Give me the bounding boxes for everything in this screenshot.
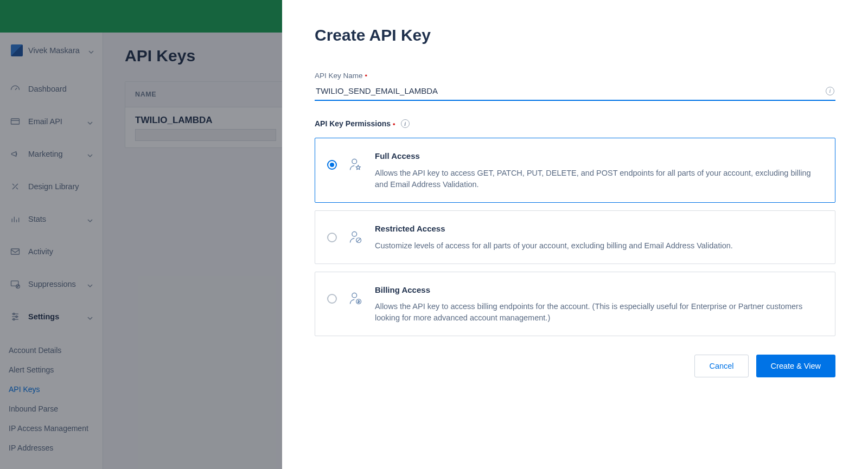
api-key-name-input[interactable]: [316, 86, 826, 95]
required-indicator: •: [365, 72, 368, 80]
user-block-icon: [348, 229, 364, 247]
radio-input[interactable]: [327, 233, 337, 242]
chevron-down-icon: [87, 119, 93, 124]
name-input-wrap: i: [315, 83, 835, 101]
permission-text: Billing Access Allows the API key to acc…: [375, 284, 823, 324]
nav-label: Design Library: [28, 182, 93, 191]
cancel-button[interactable]: Cancel: [694, 355, 748, 377]
info-icon[interactable]: i: [401, 119, 410, 128]
name-field-label: API Key Name •: [315, 72, 835, 80]
sliders-icon: [10, 311, 21, 322]
megaphone-icon: [10, 149, 21, 159]
nav-label: Stats: [28, 215, 80, 223]
permission-text: Full Access Allows the API key to access…: [375, 150, 823, 190]
permission-billing-access[interactable]: Billing Access Allows the API key to acc…: [315, 272, 835, 337]
svg-rect-1: [11, 249, 20, 254]
subnav-inbound-parse[interactable]: Inbound Parse: [0, 399, 103, 419]
svg-point-8: [352, 232, 357, 236]
chevron-down-icon: [87, 281, 93, 287]
gauge-icon: [10, 83, 21, 94]
svg-point-10: [352, 293, 357, 298]
chevron-down-icon: [87, 216, 93, 222]
chevron-down-icon: [87, 151, 93, 157]
radio-input[interactable]: [327, 294, 337, 304]
panel-title: Create API Key: [315, 26, 835, 44]
permission-title: Full Access: [375, 150, 823, 162]
panel-actions: Cancel Create & View: [315, 355, 835, 377]
permission-full-access[interactable]: Full Access Allows the API key to access…: [315, 138, 835, 203]
info-icon[interactable]: i: [826, 87, 834, 95]
permissions-label: API Key Permissions• i: [315, 119, 835, 128]
chevron-down-icon: [88, 48, 94, 53]
subnav-api-keys[interactable]: API Keys: [0, 380, 103, 399]
api-key-secret-placeholder: [135, 129, 276, 141]
permission-desc: Customize levels of access for all parts…: [375, 240, 823, 252]
permission-desc: Allows the API key to access GET, PATCH,…: [375, 168, 823, 190]
svg-rect-0: [11, 119, 20, 124]
permission-title: Billing Access: [375, 284, 823, 296]
nav-label: Marketing: [28, 150, 80, 158]
nav-label: Settings: [28, 312, 80, 321]
radio-input[interactable]: [327, 160, 337, 170]
permission-text: Restricted Access Customize levels of ac…: [375, 223, 823, 252]
nav-email-api[interactable]: Email API: [0, 105, 103, 138]
logo-icon: [11, 44, 23, 56]
settings-subnav: Account Details Alert Settings API Keys …: [0, 338, 103, 463]
required-indicator: •: [393, 120, 395, 128]
user-star-icon: [348, 157, 364, 174]
nav-label: Suppressions: [28, 280, 80, 288]
create-button[interactable]: Create & View: [756, 355, 835, 377]
permission-restricted-access[interactable]: Restricted Access Customize levels of ac…: [315, 210, 835, 264]
nav-label: Email API: [28, 117, 80, 126]
svg-point-7: [352, 159, 357, 164]
tools-icon: [10, 181, 21, 192]
nav-suppressions[interactable]: Suppressions: [0, 268, 103, 300]
nav-dashboard[interactable]: Dashboard: [0, 73, 103, 105]
nav-stats[interactable]: Stats: [0, 203, 103, 235]
nav-activity[interactable]: Activity: [0, 235, 103, 268]
subnav-account-details[interactable]: Account Details: [0, 340, 103, 360]
subnav-ip-access[interactable]: IP Access Management: [0, 419, 103, 438]
card-icon: [10, 116, 21, 127]
sidebar: Vivek Maskara Dashboard Email API Market…: [0, 33, 103, 469]
chevron-down-icon: [87, 314, 93, 319]
mail-block-icon: [10, 279, 21, 290]
permissions-group: Full Access Allows the API key to access…: [315, 138, 835, 336]
subnav-alert-settings[interactable]: Alert Settings: [0, 360, 103, 380]
nav-design-library[interactable]: Design Library: [0, 170, 103, 203]
nav: Dashboard Email API Marketing Design Lib…: [0, 67, 103, 338]
user-dollar-icon: [348, 291, 364, 308]
permission-desc: Allows the API key to access billing end…: [375, 301, 823, 324]
label-text: API Key Permissions: [315, 119, 391, 128]
svg-rect-2: [11, 281, 18, 286]
permission-title: Restricted Access: [375, 223, 823, 235]
create-api-key-panel: Create API Key API Key Name • i API Key …: [282, 0, 868, 469]
bar-chart-icon: [10, 214, 21, 224]
nav-settings[interactable]: Settings: [0, 300, 103, 333]
label-text: API Key Name: [315, 72, 363, 80]
nav-label: Activity: [28, 247, 93, 256]
account-switcher[interactable]: Vivek Maskara: [0, 33, 103, 67]
nav-marketing[interactable]: Marketing: [0, 138, 103, 170]
nav-label: Dashboard: [28, 85, 93, 93]
subnav-ip-addresses[interactable]: IP Addresses: [0, 438, 103, 458]
account-name: Vivek Maskara: [28, 46, 83, 55]
mail-icon: [10, 246, 21, 257]
